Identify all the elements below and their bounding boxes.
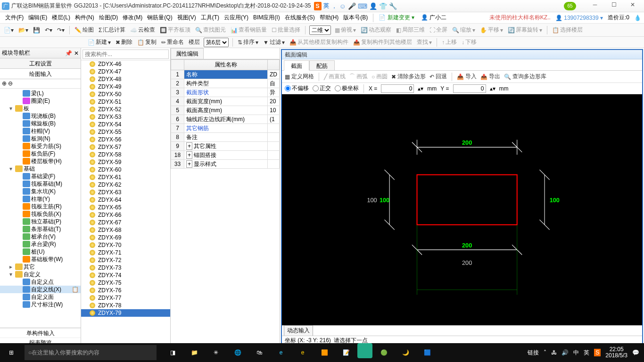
list-item[interactable]: ZDYX-56 <box>81 136 170 143</box>
list-item[interactable]: ZDYX-48 <box>81 75 170 83</box>
query-lib-button[interactable]: 🔍查询多边形库 <box>504 73 546 81</box>
tree-node[interactable]: 楼层板带(H) <box>0 157 81 165</box>
tray-volume-icon[interactable]: 🔊 <box>561 349 569 356</box>
undo-icon[interactable]: ↶▾ <box>44 27 53 33</box>
find-button[interactable]: 查找▾ <box>416 38 433 46</box>
zoom-button[interactable]: 🔍缩放▾ <box>451 26 476 34</box>
top-view-button[interactable]: ▦俯视▾ <box>334 26 357 34</box>
nav-collapse-icon[interactable]: ⊖ <box>8 80 13 87</box>
minimize-button[interactable]: ─ <box>586 1 604 11</box>
undo-button[interactable]: ↶回退 <box>429 73 447 81</box>
x-spinner-icon[interactable]: ▴▾ <box>418 85 423 92</box>
menu-item[interactable]: 楼层(L) <box>50 13 73 22</box>
ime-wrench-icon[interactable]: 🔧 <box>389 2 397 10</box>
export-button[interactable]: 📤导出 <box>480 73 500 81</box>
prop-row[interactable]: 6轴线距左边线距离(mm)(1 <box>171 115 280 124</box>
nav-tab-draw[interactable]: 绘图输入 <box>0 69 81 79</box>
taskbar-search[interactable]: ○ 在这里输入你要搜索的内容 <box>25 345 157 360</box>
menu-item[interactable]: 绘图(D) <box>97 13 121 22</box>
menu-item[interactable]: 视图(V) <box>175 13 198 22</box>
tree-node[interactable]: 条形基础(T) <box>0 225 81 233</box>
open-file-icon[interactable]: 📂▾ <box>17 27 29 33</box>
move-up-button[interactable]: ↑上移 <box>441 38 458 46</box>
prop-row[interactable]: 2构件类型自 <box>171 79 280 88</box>
prop-row[interactable]: 5截面高度(mm)10 <box>171 106 280 115</box>
start-button[interactable]: ⊞ <box>0 343 23 362</box>
menu-item[interactable]: 在线服务(S) <box>282 13 317 22</box>
ime-keyboard-icon[interactable]: ⌨ <box>358 2 367 10</box>
tree-node[interactable]: ▾板 <box>0 105 81 112</box>
find-element-button[interactable]: 🔍查找图元 <box>194 26 227 34</box>
task-view-icon[interactable]: ◨ <box>162 343 183 362</box>
redo-icon[interactable]: ↷▾ <box>56 27 66 33</box>
tray-network-icon[interactable]: 🖧 <box>551 349 557 356</box>
menu-item[interactable]: 工具(T) <box>198 13 222 22</box>
prop-row[interactable]: 7其它钢筋 <box>171 124 280 133</box>
tray-lang-icon[interactable]: 英 <box>584 349 589 357</box>
nav-foot-single[interactable]: 单构件输入 <box>0 328 81 337</box>
screen-rotate-button[interactable]: 🔄屏幕旋转▾ <box>507 26 543 34</box>
menu-item[interactable]: 钢筋量(Q) <box>145 13 174 22</box>
tree-node[interactable]: ▾自定义 <box>0 271 81 278</box>
tree-node[interactable]: 板负筋(F) <box>0 150 81 157</box>
tree-node[interactable]: ▸其它 <box>0 263 81 271</box>
ime-comma-icon[interactable]: ， <box>331 2 338 10</box>
app-moon-icon[interactable]: 🌙 <box>395 343 416 362</box>
list-item[interactable]: ZDYX-75 <box>81 279 170 287</box>
fullscreen-button[interactable]: ⛶全屏 <box>429 26 448 34</box>
list-item[interactable]: ZDYX-47 <box>81 68 170 75</box>
sort-button[interactable]: ⇅排序▾ <box>237 38 259 46</box>
menu-item[interactable]: 版本号(B) <box>341 13 370 22</box>
tree-node[interactable]: 现浇板(B) <box>0 112 81 120</box>
menu-item[interactable]: 构件(N) <box>73 13 97 22</box>
list-item[interactable]: ZDYX-65 <box>81 204 170 211</box>
prop-row[interactable]: 1名称ZD <box>171 70 280 79</box>
prop-row[interactable]: 18+锚固搭接 <box>171 151 280 160</box>
new-comp-button[interactable]: 📄新建▾ <box>87 38 112 46</box>
dynamic-input-button[interactable]: 动态输入 <box>284 325 313 336</box>
tree-node[interactable]: 筏板主筋(R) <box>0 203 81 210</box>
tree-node[interactable]: 独立基础(P) <box>0 218 81 225</box>
draw-arc-button[interactable]: ⌒画弧 <box>349 73 368 81</box>
list-item[interactable]: ZDYX-61 <box>81 173 170 181</box>
x-input[interactable] <box>381 84 414 93</box>
tab-rebar[interactable]: 配筋 <box>309 60 335 70</box>
tree-node[interactable]: 基础板带(W) <box>0 255 81 263</box>
new-change-button[interactable]: 📄 新建变更 ▾ <box>376 13 417 23</box>
ime-mic-icon[interactable]: 🎤 <box>348 2 356 10</box>
perf-badge[interactable]: 65 <box>564 2 576 10</box>
move-down-button[interactable]: ↓下移 <box>461 38 478 46</box>
draw-circle-button[interactable]: ○画圆 <box>372 73 388 81</box>
filter-button[interactable]: ▼过滤▾ <box>262 38 286 46</box>
list-item[interactable]: ZDYX-63 <box>81 189 170 196</box>
tree-node[interactable]: 自定义点 <box>0 278 81 286</box>
prop-tab-edit[interactable]: 属性编辑 <box>171 48 204 59</box>
prop-row[interactable]: 8备注 <box>171 133 280 142</box>
tree-node[interactable]: ▾基础 <box>0 165 81 173</box>
opt-ortho[interactable]: 正交 <box>313 84 331 92</box>
import-button[interactable]: 📥导入 <box>457 73 477 81</box>
property-grid[interactable]: 属性名称 1名称ZD2构件类型自3截面形状异4截面宽度(mm)205截面高度(m… <box>171 59 280 347</box>
list-item[interactable]: ZDYX-46 <box>81 60 170 68</box>
app-edge-icon[interactable]: e <box>271 343 291 362</box>
ime-logo[interactable]: S <box>314 2 322 10</box>
delete-comp-button[interactable]: ✖删除 <box>115 38 133 46</box>
batch-select-button[interactable]: ☐批量选择 <box>271 26 301 34</box>
view-rebar-button[interactable]: 📊查看钢筋量 <box>230 26 268 34</box>
view-mode-select[interactable]: 二维 <box>309 25 331 35</box>
level-top-button[interactable]: 🔲平齐板顶 <box>159 26 191 34</box>
ime-lang[interactable]: 英 <box>323 2 329 10</box>
list-item[interactable]: ZDYX-69 <box>81 234 170 241</box>
y-spinner-icon[interactable]: ▴▾ <box>490 85 495 92</box>
list-item[interactable]: ZDYX-76 <box>81 287 170 294</box>
pan-button[interactable]: ✋平移▾ <box>479 26 504 34</box>
list-item[interactable]: ZDYX-55 <box>81 128 170 136</box>
menu-item[interactable]: 文件(F) <box>3 13 26 22</box>
pin-icon[interactable]: 📌 <box>65 50 72 57</box>
coin-icon[interactable]: 💧 <box>634 15 641 21</box>
list-item[interactable]: ZDYX-58 <box>81 151 170 158</box>
list-item[interactable]: ZDYX-50 <box>81 90 170 98</box>
menu-item[interactable]: 编辑(E) <box>26 13 50 22</box>
y-input[interactable] <box>453 84 486 93</box>
tree-node[interactable]: 梁(L) <box>0 90 81 97</box>
